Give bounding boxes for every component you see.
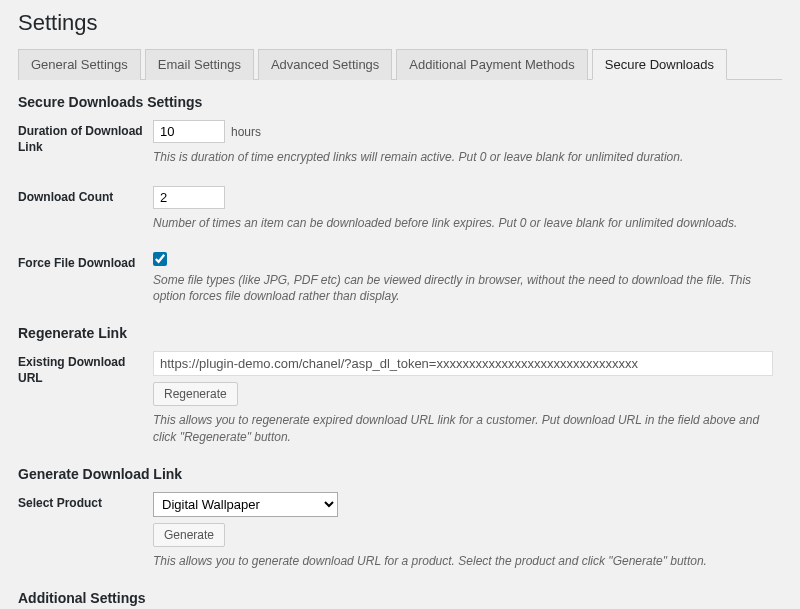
tab-general[interactable]: General Settings bbox=[18, 49, 141, 80]
row-select-product: Select Product Digital Wallpaper Generat… bbox=[18, 492, 782, 570]
desc-generate: This allows you to generate download URL… bbox=[153, 553, 782, 570]
desc-duration: This is duration of time encrypted links… bbox=[153, 149, 782, 166]
label-existing-url: Existing Download URL bbox=[18, 351, 153, 386]
row-count: Download Count Number of times an item c… bbox=[18, 186, 782, 232]
tabs-nav: General Settings Email Settings Advanced… bbox=[18, 48, 782, 80]
input-existing-url[interactable] bbox=[153, 351, 773, 376]
label-force: Force File Download bbox=[18, 252, 153, 272]
label-count: Download Count bbox=[18, 186, 153, 206]
page-title: Settings bbox=[18, 10, 782, 36]
checkbox-force-download[interactable] bbox=[153, 252, 167, 266]
section-heading-additional: Additional Settings bbox=[18, 590, 782, 606]
desc-count: Number of times an item can be downloade… bbox=[153, 215, 782, 232]
input-duration[interactable] bbox=[153, 120, 225, 143]
generate-button[interactable]: Generate bbox=[153, 523, 225, 547]
unit-duration: hours bbox=[231, 125, 261, 139]
tab-secure-downloads[interactable]: Secure Downloads bbox=[592, 49, 727, 80]
desc-regenerate: This allows you to regenerate expired do… bbox=[153, 412, 782, 446]
row-existing-url: Existing Download URL Regenerate This al… bbox=[18, 351, 782, 446]
section-heading-regenerate: Regenerate Link bbox=[18, 325, 782, 341]
tab-payment[interactable]: Additional Payment Methods bbox=[396, 49, 587, 80]
select-product[interactable]: Digital Wallpaper bbox=[153, 492, 338, 517]
section-heading-secure-downloads: Secure Downloads Settings bbox=[18, 94, 782, 110]
row-force: Force File Download Some file types (lik… bbox=[18, 252, 782, 306]
row-duration: Duration of Download Link hours This is … bbox=[18, 120, 782, 166]
tab-advanced[interactable]: Advanced Settings bbox=[258, 49, 392, 80]
section-heading-generate: Generate Download Link bbox=[18, 466, 782, 482]
tab-email[interactable]: Email Settings bbox=[145, 49, 254, 80]
label-select-product: Select Product bbox=[18, 492, 153, 512]
input-count[interactable] bbox=[153, 186, 225, 209]
label-duration: Duration of Download Link bbox=[18, 120, 153, 155]
regenerate-button[interactable]: Regenerate bbox=[153, 382, 238, 406]
desc-force: Some file types (like JPG, PDF etc) can … bbox=[153, 272, 782, 306]
